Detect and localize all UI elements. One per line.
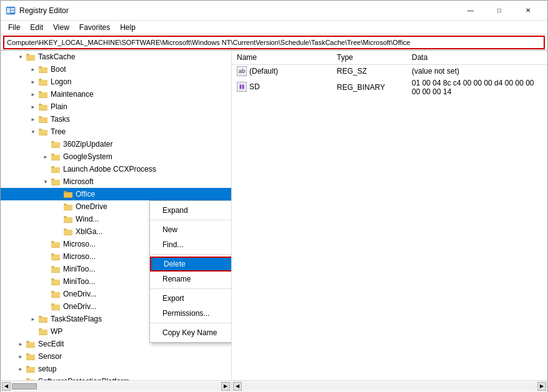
svg-rect-12 bbox=[39, 79, 42, 81]
tree-label: XblGa... bbox=[74, 227, 102, 236]
folder-icon bbox=[51, 277, 61, 287]
svg-rect-68 bbox=[39, 317, 47, 322]
row-name: SD bbox=[249, 82, 260, 91]
tree-item-office[interactable]: ► Office bbox=[1, 188, 231, 200]
expand-taskstateflags[interactable]: ► bbox=[28, 314, 38, 324]
folder-icon bbox=[26, 339, 36, 349]
close-button[interactable]: ✕ bbox=[514, 1, 542, 21]
context-menu-copy-key-name[interactable]: Copy Key Name bbox=[150, 325, 232, 340]
minimize-button[interactable]: — bbox=[456, 1, 485, 21]
tree-item-taskcache[interactable]: ▼ TaskCache bbox=[1, 51, 231, 63]
expand-tree[interactable]: ▼ bbox=[28, 127, 38, 137]
tree-label: Tree bbox=[49, 127, 66, 136]
tree-item-googlesystem[interactable]: ► GoogleSystem bbox=[1, 150, 231, 163]
tree-item-microsoft[interactable]: ▼ Microsoft bbox=[1, 175, 231, 188]
tree-pane[interactable]: ▼ TaskCache ► Boot ► Logon bbox=[1, 51, 232, 380]
folder-icon bbox=[51, 252, 61, 262]
expand-boot[interactable]: ► bbox=[28, 64, 38, 74]
svg-rect-11 bbox=[39, 80, 47, 85]
context-menu-export[interactable]: Export bbox=[150, 291, 232, 306]
folder-icon bbox=[26, 376, 36, 380]
tree-item-plain[interactable]: ► Plain bbox=[1, 100, 231, 113]
title-bar: Registry Editor — □ ✕ bbox=[1, 1, 547, 21]
tree-item-logon[interactable]: ► Logon bbox=[1, 76, 231, 88]
detail-pane: Name Type Data ab (Default) REG_SZ bbox=[232, 51, 547, 380]
tree-item-spp[interactable]: ► SoftwareProtectionPlatform bbox=[1, 375, 231, 380]
expand-maintenance[interactable]: ► bbox=[28, 89, 38, 99]
menu-edit[interactable]: Edit bbox=[25, 21, 48, 34]
folder-icon bbox=[38, 314, 48, 324]
detail-scroll-right-btn[interactable]: ▶ bbox=[537, 382, 546, 391]
menu-bar: File Edit View Favorites Help bbox=[1, 21, 547, 34]
tree-item-tree[interactable]: ▼ Tree bbox=[1, 125, 231, 138]
svg-rect-1 bbox=[7, 8, 10, 13]
context-menu-delete[interactable]: Delete bbox=[150, 257, 232, 272]
tree-item-setup[interactable]: ► setup bbox=[1, 363, 231, 375]
svg-rect-74 bbox=[26, 342, 35, 347]
expand-microsoft[interactable]: ▼ bbox=[41, 177, 51, 187]
address-bar bbox=[1, 34, 547, 51]
svg-rect-9 bbox=[39, 66, 42, 68]
svg-rect-8 bbox=[39, 67, 47, 72]
svg-rect-66 bbox=[51, 303, 54, 305]
expand-taskcache[interactable]: ▼ bbox=[16, 52, 26, 62]
tree-label: Logon bbox=[49, 77, 71, 86]
svg-rect-2 bbox=[11, 8, 14, 10]
svg-rect-35 bbox=[51, 180, 60, 185]
context-menu-permissions[interactable]: Permissions... bbox=[150, 306, 232, 321]
context-menu-new[interactable]: New ► bbox=[150, 222, 232, 237]
expand-tasks[interactable]: ► bbox=[28, 114, 38, 124]
folder-icon bbox=[38, 102, 48, 112]
expand-secedit[interactable]: ► bbox=[16, 339, 26, 349]
svg-rect-50 bbox=[51, 242, 60, 247]
context-menu-separator-4 bbox=[150, 323, 232, 323]
menu-file[interactable]: File bbox=[3, 21, 25, 34]
tree-item-adobeccx[interactable]: ► Launch Adobe CCXProcess bbox=[1, 163, 231, 175]
context-menu-expand[interactable]: Expand bbox=[150, 203, 232, 218]
col-header-name: Name bbox=[232, 51, 332, 64]
svg-rect-65 bbox=[51, 305, 60, 310]
table-row[interactable]: SD REG_BINARY 01 00 04 8c c4 00 00 00 d4… bbox=[232, 77, 547, 97]
context-menu-rename[interactable]: Rename bbox=[150, 272, 232, 287]
tree-label: Microsoft bbox=[62, 177, 94, 186]
menu-view[interactable]: View bbox=[48, 21, 74, 34]
menu-help[interactable]: Help bbox=[115, 21, 141, 34]
expand-logon[interactable]: ► bbox=[28, 77, 38, 87]
tree-label: OneDriv... bbox=[62, 302, 96, 311]
expand-sensor[interactable]: ► bbox=[16, 351, 26, 361]
main-content: ▼ TaskCache ► Boot ► Logon bbox=[1, 51, 547, 380]
detail-table: Name Type Data ab (Default) REG_SZ bbox=[232, 51, 547, 97]
svg-rect-24 bbox=[39, 129, 42, 130]
tree-label: SecEdit bbox=[37, 340, 64, 348]
row-data: 01 00 04 8c c4 00 00 00 d4 00 00 00 00 0… bbox=[407, 77, 547, 97]
tree-item-maintenance[interactable]: ► Maintenance bbox=[1, 88, 231, 100]
tree-item-360zipupdater[interactable]: ► 360ZipUpdater bbox=[1, 138, 231, 150]
expand-setup[interactable]: ► bbox=[16, 364, 26, 374]
context-menu-find[interactable]: Find... bbox=[150, 237, 232, 252]
detail-scroll-left-btn[interactable]: ◀ bbox=[233, 382, 242, 391]
scroll-right-btn[interactable]: ▶ bbox=[221, 382, 230, 391]
tree-item-sensor[interactable]: ► Sensor bbox=[1, 350, 231, 363]
svg-rect-72 bbox=[39, 328, 42, 330]
app-icon bbox=[6, 6, 16, 16]
tree-label: TaskStateFlags bbox=[49, 315, 102, 323]
svg-rect-57 bbox=[51, 266, 54, 268]
expand-spp[interactable]: ► bbox=[16, 376, 26, 380]
scroll-left-btn[interactable]: ◀ bbox=[2, 382, 11, 391]
tree-item-boot[interactable]: ► Boot bbox=[1, 63, 231, 76]
tree-label: OneDriv... bbox=[62, 290, 96, 298]
folder-icon bbox=[63, 227, 73, 237]
address-input[interactable] bbox=[3, 36, 545, 49]
context-menu-separator-1 bbox=[150, 220, 232, 220]
folder-icon bbox=[38, 77, 48, 87]
expand-google[interactable]: ► bbox=[41, 152, 51, 162]
expand-plain[interactable]: ► bbox=[28, 102, 38, 112]
folder-icon bbox=[51, 164, 61, 174]
tree-label: Plain bbox=[49, 102, 67, 111]
menu-favorites[interactable]: Favorites bbox=[74, 21, 115, 34]
tree-label: Boot bbox=[49, 65, 66, 74]
svg-rect-78 bbox=[26, 353, 29, 355]
maximize-button[interactable]: □ bbox=[485, 1, 514, 21]
tree-item-tasks[interactable]: ► Tasks bbox=[1, 113, 231, 125]
table-row[interactable]: ab (Default) REG_SZ (value not set) bbox=[232, 64, 547, 77]
